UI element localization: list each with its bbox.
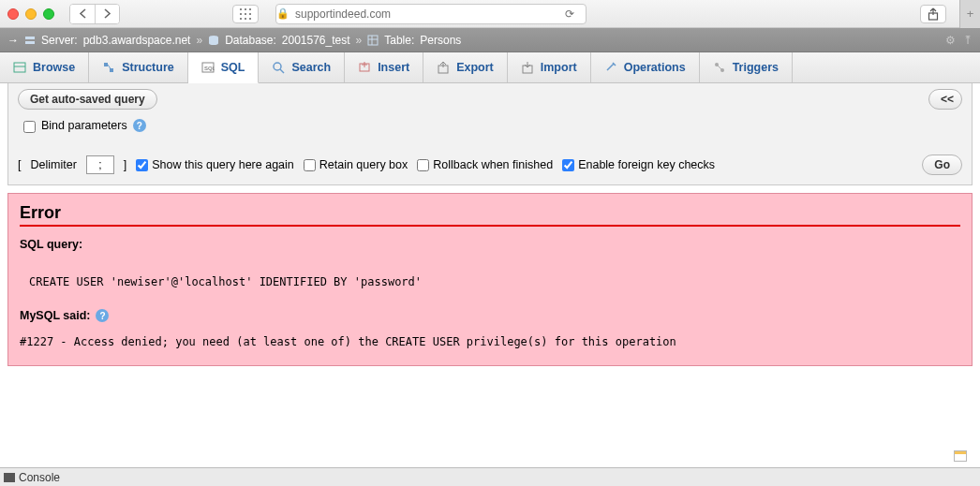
tab-triggers[interactable]: Triggers — [700, 52, 793, 82]
back-button[interactable] — [70, 5, 95, 23]
svg-line-34 — [718, 66, 721, 69]
tab-browse[interactable]: Browse — [0, 52, 89, 82]
svg-rect-6 — [240, 18, 242, 20]
tab-label: Export — [456, 61, 494, 74]
svg-rect-2 — [249, 8, 251, 10]
database-value[interactable]: 2001576_test — [282, 34, 350, 47]
fk-checks-label: Enable foreign key checks — [578, 158, 715, 171]
bind-params-label: Bind parameters — [41, 119, 127, 132]
bracket-r: ] — [124, 158, 126, 171]
tab-label: Browse — [33, 61, 75, 74]
url-host: supportindeed.com — [295, 7, 391, 21]
close-window-button[interactable] — [7, 8, 19, 20]
collapse-icon[interactable]: ⤒ — [963, 34, 973, 47]
sql-panel: Get auto-saved query << Bind parameters … — [7, 83, 973, 185]
nav-buttons — [69, 4, 120, 24]
console-bar[interactable]: Console — [0, 467, 980, 486]
browse-icon — [13, 61, 26, 74]
delimiter-label: Delimiter — [30, 158, 76, 171]
tab-sql[interactable]: SQLSQL — [188, 52, 260, 83]
svg-rect-3 — [240, 13, 242, 15]
window-icon[interactable] — [954, 450, 967, 462]
show-again-checkbox[interactable] — [136, 159, 148, 171]
svg-rect-8 — [249, 18, 251, 20]
go-button[interactable]: Go — [922, 155, 962, 175]
sql-icon: SQL — [201, 61, 215, 74]
triggers-icon — [713, 61, 726, 74]
table-icon — [367, 35, 379, 46]
url-bar[interactable]: 🔒 supportindeed.com ⟳ — [275, 4, 587, 24]
window-controls — [7, 8, 54, 20]
database-label: Database: — [225, 34, 276, 47]
browser-toolbar: 🔒 supportindeed.com ⟳ + — [0, 0, 980, 28]
svg-rect-18 — [14, 63, 25, 72]
get-autosaved-button[interactable]: Get auto-saved query — [18, 89, 157, 110]
mysql-said-label: MySQL said: — [20, 309, 90, 322]
svg-rect-15 — [368, 36, 378, 45]
sql-query-label: SQL query: — [20, 238, 960, 251]
svg-line-26 — [280, 69, 284, 73]
tab-label: Triggers — [733, 61, 779, 74]
export-icon — [437, 61, 450, 74]
history-back-button[interactable]: << — [928, 89, 962, 110]
svg-rect-20 — [104, 63, 108, 66]
tab-label: Structure — [122, 61, 174, 74]
server-label: Server: — [41, 34, 78, 47]
svg-rect-1 — [245, 8, 246, 10]
help-icon[interactable]: ? — [133, 119, 146, 132]
svg-text:SQL: SQL — [204, 66, 215, 71]
show-again-label: Show this query here again — [152, 158, 293, 171]
svg-rect-7 — [245, 18, 246, 20]
insert-icon — [358, 61, 371, 74]
gear-icon[interactable]: ⚙ — [945, 34, 956, 47]
tab-import[interactable]: Import — [508, 52, 591, 82]
database-icon — [208, 35, 219, 46]
svg-rect-0 — [240, 8, 242, 10]
reload-icon[interactable]: ⟳ — [565, 7, 580, 21]
tab-search[interactable]: Search — [259, 52, 345, 82]
rollback-label: Rollback when finished — [433, 158, 553, 171]
new-tab-button[interactable]: + — [959, 0, 980, 28]
tab-label: Operations — [624, 61, 686, 74]
console-icon — [4, 473, 15, 482]
arrow-right-icon: → — [7, 34, 19, 47]
apps-grid-icon[interactable] — [232, 5, 259, 23]
svg-rect-10 — [25, 37, 35, 39]
tab-structure[interactable]: Structure — [89, 52, 188, 82]
tab-label: Import — [541, 61, 577, 74]
retain-box-checkbox[interactable] — [304, 159, 316, 171]
svg-rect-11 — [25, 41, 35, 44]
tab-label: Search — [291, 61, 331, 74]
fk-checks-checkbox[interactable] — [562, 159, 574, 171]
mysql-error-message: #1227 - Access denied; you need (at leas… — [20, 335, 960, 348]
maximize-window-button[interactable] — [43, 8, 54, 20]
svg-rect-5 — [249, 13, 251, 15]
rollback-checkbox[interactable] — [417, 159, 429, 171]
bracket-l: [ — [18, 158, 21, 171]
table-tabs: Browse Structure SQLSQL Search Insert Ex… — [0, 52, 980, 83]
bind-params-checkbox[interactable] — [23, 121, 36, 133]
tab-insert[interactable]: Insert — [345, 52, 423, 82]
server-value[interactable]: pdb3.awardspace.net — [83, 34, 191, 47]
error-title: Error — [20, 203, 960, 227]
svg-point-25 — [274, 63, 281, 70]
tab-label: Insert — [378, 61, 409, 74]
delimiter-input[interactable] — [86, 155, 114, 174]
error-box: Error SQL query: CREATE USER 'newiser'@'… — [7, 193, 973, 366]
server-icon — [24, 35, 36, 46]
help-icon[interactable]: ? — [96, 309, 109, 322]
table-value[interactable]: Persons — [420, 34, 461, 47]
retain-box-label: Retain query box — [319, 158, 408, 171]
forward-button[interactable] — [95, 5, 119, 23]
breadcrumb-sep: » — [196, 34, 202, 47]
svg-rect-4 — [245, 13, 246, 15]
search-icon — [272, 61, 285, 74]
minimize-window-button[interactable] — [25, 8, 37, 20]
sql-query-text: CREATE USER 'newiser'@'localhost' IDENTI… — [29, 275, 960, 288]
lock-icon: 🔒 — [276, 7, 290, 20]
tab-operations[interactable]: Operations — [591, 52, 700, 82]
breadcrumb-sep: » — [356, 34, 363, 47]
share-button[interactable] — [920, 5, 946, 23]
tab-export[interactable]: Export — [423, 52, 508, 82]
console-label: Console — [19, 471, 60, 484]
